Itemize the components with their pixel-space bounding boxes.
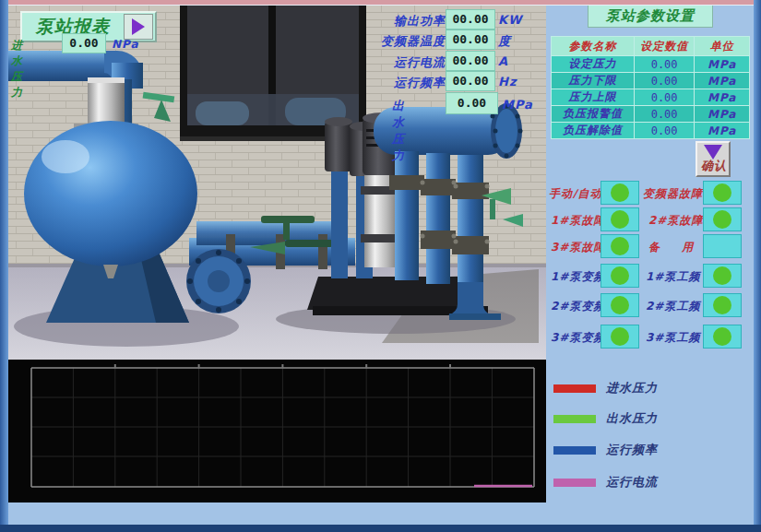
inverter-temp-unit: 度 xyxy=(498,33,526,50)
outlet-pressure-unit: MPa xyxy=(502,98,533,112)
lamp-icon xyxy=(713,266,731,285)
lamp-icon xyxy=(611,183,629,202)
table-row: 压力下限 0.00 MPa xyxy=(552,73,750,89)
status-lamp-pump3-fault xyxy=(600,234,639,258)
window-border-left xyxy=(0,0,8,532)
param-unit: MPa xyxy=(695,89,750,106)
param-value[interactable]: 0.00 xyxy=(634,123,695,139)
window-border-right xyxy=(754,0,761,532)
table-row: 负压解除值 0.00 MPa xyxy=(552,123,750,139)
header-unit: 单位 xyxy=(695,37,750,56)
status-lamp-pump2-fault xyxy=(703,207,742,231)
param-name: 负压解除值 xyxy=(552,123,635,139)
lamp-icon xyxy=(713,183,731,202)
confirm-button-label: 确认 xyxy=(698,158,730,174)
run-frequency-label: 运行频率 xyxy=(344,75,446,91)
legend-swatch-outlet xyxy=(553,415,596,423)
status-label-spare: 备 用 xyxy=(648,240,702,255)
lamp-icon xyxy=(611,296,629,314)
status-label-pump3-fault: 3#泵故障 xyxy=(551,240,605,255)
run-frequency-value: 00.00 xyxy=(446,71,495,91)
table-row: 负压报警值 0.00 MPa xyxy=(552,106,750,123)
pressure-tank-sphere xyxy=(24,121,197,266)
legend-label-frequency: 运行频率 xyxy=(606,442,658,458)
legend-swatch-frequency xyxy=(553,446,596,455)
status-lamp-pump3-line xyxy=(703,325,742,349)
legend-label-outlet: 出水压力 xyxy=(606,410,658,427)
legend-swatch-current xyxy=(553,479,596,487)
run-current-value: 00.00 xyxy=(446,51,495,71)
lamp-icon xyxy=(713,210,731,229)
confirm-button[interactable]: 确认 xyxy=(696,141,731,177)
status-lamp-manual-auto xyxy=(600,181,639,205)
status-lamp-pump2-line xyxy=(703,293,742,317)
status-lamp-pump1-line xyxy=(703,264,742,288)
run-current-label: 运行电流 xyxy=(344,54,446,71)
output-power-unit: KW xyxy=(498,13,526,27)
param-name: 压力上限 xyxy=(552,89,635,106)
table-row: 压力上限 0.00 MPa xyxy=(552,89,750,106)
legend-label-current: 运行电流 xyxy=(606,474,658,491)
outlet-pressure-value: 0.00 xyxy=(446,92,498,114)
output-power-value: 00.00 xyxy=(446,9,495,30)
inlet-pressure-value: 0.00 xyxy=(62,33,106,53)
tank-highlight xyxy=(42,140,89,173)
status-label-pump3-line: 3#泵工频 xyxy=(646,330,700,346)
inlet-pressure-label: 进水压力 xyxy=(11,38,23,100)
status-label-inverter-fault: 变频器故障 xyxy=(643,186,703,202)
params-table-header: 参数名称 设定数值 单位 xyxy=(552,37,750,56)
lamp-icon xyxy=(611,210,629,229)
status-label-manual-auto: 手动/自动 xyxy=(549,186,601,202)
status-lamp-spare xyxy=(703,234,742,258)
param-value[interactable]: 0.00 xyxy=(634,89,695,106)
status-lamp-inverter-fault xyxy=(703,181,742,205)
status-lamp-pump1-vfd xyxy=(600,264,639,288)
params-table: 参数名称 设定数值 单位 设定压力 0.00 MPa 压力下限 0.00 MPa… xyxy=(551,36,750,139)
outlet-pressure-label: 出水压力 xyxy=(392,98,405,164)
lamp-icon xyxy=(713,296,731,314)
lamp-icon xyxy=(713,327,731,346)
status-label-pump2-line: 2#泵工频 xyxy=(646,299,700,314)
inverter-temp-readout: 变频器温度 00.00 度 xyxy=(360,30,581,50)
output-power-label: 输出功率 xyxy=(344,13,446,30)
window-border-bottom xyxy=(0,525,761,532)
trend-chart xyxy=(8,360,546,502)
run-current-unit: A xyxy=(498,54,526,68)
param-value[interactable]: 0.00 xyxy=(634,106,695,123)
header-set-value: 设定数值 xyxy=(634,37,695,56)
params-panel-title: 泵站参数设置 xyxy=(588,5,713,28)
run-current-readout: 运行电流 00.00 A xyxy=(360,51,581,71)
run-frequency-unit: Hz xyxy=(498,75,526,89)
legend-swatch-inlet xyxy=(553,384,596,393)
status-label-pump2-vfd: 2#泵变频 xyxy=(551,299,605,314)
play-icon xyxy=(124,14,153,40)
status-label-pump2-fault: 2#泵故障 xyxy=(648,213,703,229)
lamp-icon xyxy=(611,327,629,346)
pipe-end-flange xyxy=(186,249,251,313)
param-name: 设定压力 xyxy=(552,56,635,73)
param-name: 负压报警值 xyxy=(552,106,635,123)
window-border-top-highlight xyxy=(0,5,761,6)
trend-chart-grid xyxy=(8,360,546,502)
status-label-pump1-fault: 1#泵故障 xyxy=(551,213,605,229)
hmi-window: 泵站报表 进水压力 0.00 NPa 输出功率 00.00 KW 变频器温度 0… xyxy=(0,0,761,532)
status-label-pump1-line: 1#泵工频 xyxy=(646,269,700,285)
param-name: 压力下限 xyxy=(552,73,635,89)
status-lamp-pump3-vfd xyxy=(600,325,639,349)
inlet-pressure-unit: NPa xyxy=(112,38,139,51)
param-value[interactable]: 0.00 xyxy=(634,73,695,89)
table-row: 设定压力 0.00 MPa xyxy=(552,56,750,73)
inverter-temp-value: 00.00 xyxy=(446,30,495,50)
status-lamp-pump1-fault xyxy=(600,207,639,231)
param-unit: MPa xyxy=(695,56,750,73)
inverter-temp-label: 变频器温度 xyxy=(344,33,446,50)
lamp-icon xyxy=(611,266,629,285)
status-label-pump3-vfd: 3#泵变频 xyxy=(551,330,605,346)
lamp-icon xyxy=(611,237,629,255)
param-unit: MPa xyxy=(695,123,750,139)
run-frequency-readout: 运行频率 00.00 Hz xyxy=(360,71,581,91)
status-label-pump1-vfd: 1#泵变频 xyxy=(551,269,605,285)
status-lamp-pump2-vfd xyxy=(600,293,639,317)
param-value[interactable]: 0.00 xyxy=(634,56,695,73)
param-unit: MPa xyxy=(695,106,750,123)
